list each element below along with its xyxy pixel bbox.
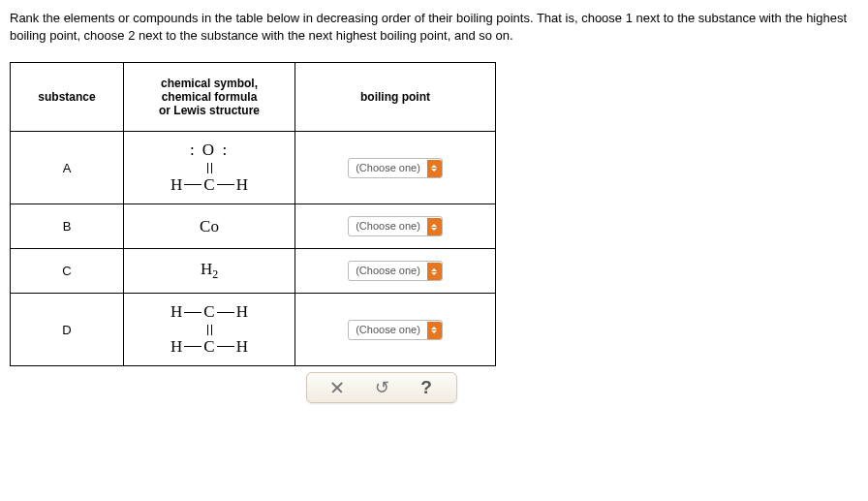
rank-select-c[interactable]: (Choose one) bbox=[348, 261, 443, 281]
table-row: D HCH HCH (Choose one) bbox=[11, 294, 496, 366]
chevron-updown-icon bbox=[427, 218, 442, 235]
chevron-updown-icon bbox=[427, 160, 442, 177]
header-substance: substance bbox=[11, 63, 124, 132]
close-icon bbox=[330, 381, 344, 394]
substance-label: A bbox=[11, 132, 124, 204]
action-toolbar: ↻ ? bbox=[306, 372, 457, 403]
ranking-table: substance chemical symbol, chemical form… bbox=[10, 62, 496, 366]
help-button[interactable]: ? bbox=[418, 379, 435, 396]
instructions-text: Rank the elements or compounds in the ta… bbox=[10, 10, 858, 45]
table-row: C H2 (Choose one) bbox=[11, 249, 496, 294]
chevron-updown-icon bbox=[427, 322, 442, 339]
substance-label: C bbox=[11, 249, 124, 294]
clear-button[interactable] bbox=[328, 379, 346, 396]
chemical-formula-hydrogen: H2 bbox=[124, 249, 295, 294]
substance-label: B bbox=[11, 204, 124, 249]
chevron-updown-icon bbox=[427, 263, 442, 280]
rank-select-b[interactable]: (Choose one) bbox=[348, 216, 443, 236]
substance-label: D bbox=[11, 294, 124, 366]
undo-icon: ↻ bbox=[375, 377, 389, 398]
table-row: B Co (Choose one) bbox=[11, 204, 496, 249]
header-boiling-point: boiling point bbox=[295, 63, 496, 132]
rank-select-a[interactable]: (Choose one) bbox=[348, 158, 443, 178]
lewis-structure-formaldehyde: : O : HCH bbox=[124, 132, 295, 204]
lewis-structure-ethylene: HCH HCH bbox=[124, 294, 295, 366]
chemical-symbol-cobalt: Co bbox=[124, 204, 295, 249]
header-chemical: chemical symbol, chemical formula or Lew… bbox=[124, 63, 295, 132]
table-row: A : O : HCH (Choose one) bbox=[11, 132, 496, 204]
rank-select-d[interactable]: (Choose one) bbox=[348, 320, 443, 340]
undo-button[interactable]: ↻ bbox=[373, 379, 390, 396]
